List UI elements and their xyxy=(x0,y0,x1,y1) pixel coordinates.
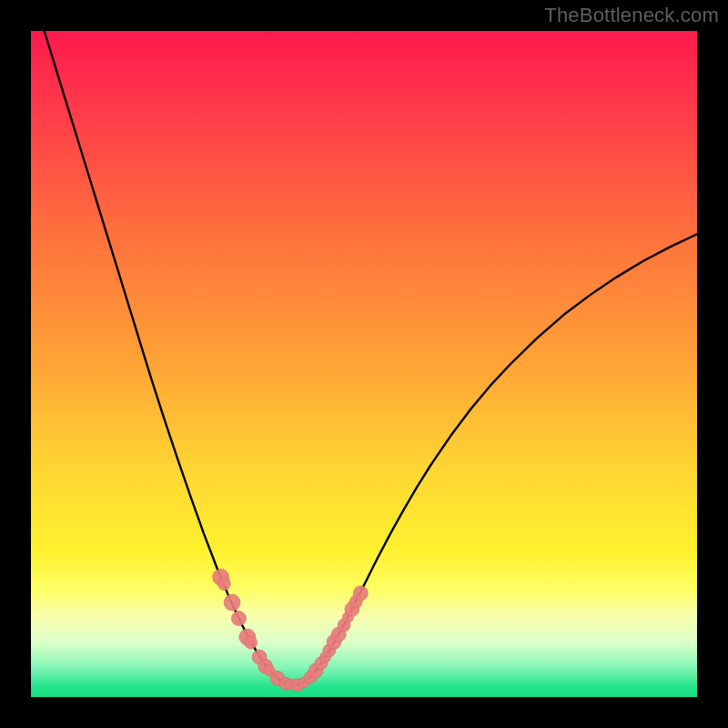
watermark-text: TheBottleneck.com xyxy=(544,4,719,27)
marker-dot xyxy=(353,586,368,601)
marker-dot xyxy=(217,578,230,591)
marker-dot xyxy=(224,594,240,611)
chart-container: TheBottleneck.com xyxy=(0,0,728,728)
marker-dot xyxy=(231,612,246,626)
marker-dot xyxy=(245,636,258,649)
plot-area xyxy=(31,31,697,697)
bottleneck-chart xyxy=(31,31,697,697)
